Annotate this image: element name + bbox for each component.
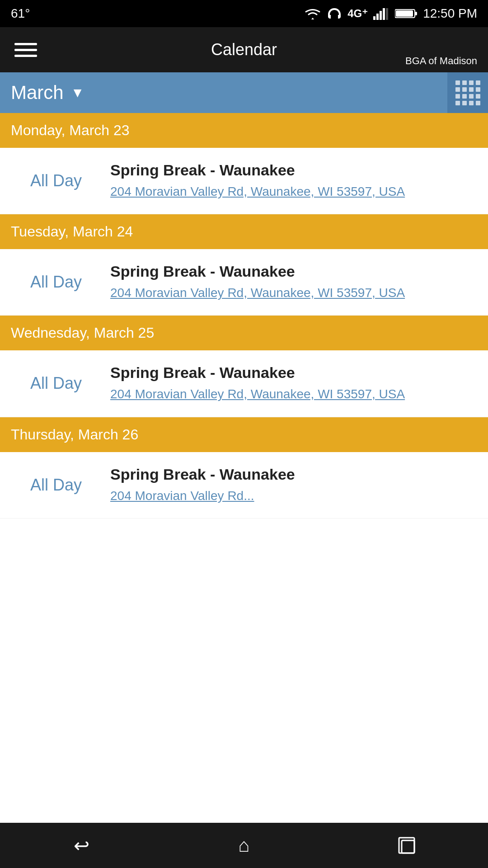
hamburger-line-1	[14, 43, 37, 45]
month-name: March	[11, 82, 64, 104]
event-details: Spring Break - Waunakee 204 Moravian Val…	[101, 364, 477, 403]
bottom-navigation: ↩ ⌂	[0, 823, 488, 868]
month-header: March ▼	[0, 72, 488, 113]
battery-icon	[395, 8, 418, 19]
calendar-grid-button[interactable]	[447, 72, 488, 113]
event-time: All Day	[11, 476, 101, 495]
svg-rect-6	[415, 12, 417, 15]
recents-icon	[397, 836, 416, 855]
day-header-monday: Monday, March 23	[0, 113, 488, 148]
status-icons: 4G⁺ 12:50 PM	[304, 6, 477, 21]
event-time: All Day	[11, 171, 101, 190]
day-header-text: Thursday, March 26	[11, 426, 138, 443]
grid-icon	[455, 80, 480, 105]
event-address[interactable]: 204 Moravian Valley Rd, Waunakee, WI 535…	[110, 284, 477, 302]
svg-rect-2	[380, 11, 382, 20]
event-title: Spring Break - Waunakee	[110, 364, 477, 382]
day-header-wednesday: Wednesday, March 25	[0, 316, 488, 350]
event-address[interactable]: 204 Moravian Valley Rd, Waunakee, WI 535…	[110, 385, 477, 403]
headphone-icon	[327, 7, 342, 20]
calendar-content: Monday, March 23 All Day Spring Break - …	[0, 113, 488, 564]
event-title: Spring Break - Waunakee	[110, 466, 477, 483]
month-selector[interactable]: March ▼	[0, 82, 447, 104]
svg-rect-7	[396, 10, 413, 17]
home-button[interactable]: ⌂	[221, 830, 267, 861]
header-title: Calendar	[211, 40, 277, 59]
day-header-thursday: Thursday, March 26	[0, 417, 488, 452]
status-bar: 61° 4G⁺ 12:50 PM	[0, 0, 488, 27]
svg-rect-0	[373, 16, 375, 20]
event-title: Spring Break - Waunakee	[110, 263, 477, 280]
app-header: Calendar BGA of Madison	[0, 27, 488, 72]
svg-rect-3	[383, 8, 385, 20]
day-header-tuesday: Tuesday, March 24	[0, 214, 488, 249]
event-item[interactable]: All Day Spring Break - Waunakee 204 Mora…	[0, 452, 488, 519]
day-header-text: Monday, March 23	[11, 122, 130, 138]
day-header-text: Wednesday, March 25	[11, 325, 154, 341]
event-details: Spring Break - Waunakee 204 Moravian Val…	[101, 161, 477, 200]
month-dropdown-icon: ▼	[71, 85, 84, 100]
menu-button[interactable]	[11, 39, 41, 61]
signal-icon	[373, 7, 389, 20]
status-time: 12:50 PM	[423, 6, 477, 21]
hamburger-line-3	[14, 55, 37, 57]
network-label: 4G⁺	[347, 7, 368, 20]
wifi-icon	[304, 7, 321, 20]
svg-rect-1	[376, 14, 379, 20]
event-time: All Day	[11, 273, 101, 292]
event-address[interactable]: 204 Moravian Valley Rd, Waunakee, WI 535…	[110, 183, 477, 200]
event-details: Spring Break - Waunakee 204 Moravian Val…	[101, 466, 477, 505]
back-button[interactable]: ↩	[59, 830, 104, 861]
day-header-text: Tuesday, March 24	[11, 223, 133, 240]
status-temperature: 61°	[11, 6, 30, 21]
event-title: Spring Break - Waunakee	[110, 161, 477, 179]
svg-rect-9	[402, 840, 414, 853]
back-icon: ↩	[74, 835, 89, 857]
svg-rect-4	[386, 8, 388, 20]
event-details: Spring Break - Waunakee 204 Moravian Val…	[101, 263, 477, 302]
header-subtitle: BGA of Madison	[405, 55, 477, 67]
event-item[interactable]: All Day Spring Break - Waunakee 204 Mora…	[0, 249, 488, 316]
event-item[interactable]: All Day Spring Break - Waunakee 204 Mora…	[0, 148, 488, 214]
event-address[interactable]: 204 Moravian Valley Rd...	[110, 487, 477, 505]
recents-button[interactable]	[384, 830, 429, 861]
event-item[interactable]: All Day Spring Break - Waunakee 204 Mora…	[0, 350, 488, 417]
home-icon: ⌂	[238, 835, 249, 856]
hamburger-line-2	[14, 49, 37, 51]
event-time: All Day	[11, 374, 101, 393]
